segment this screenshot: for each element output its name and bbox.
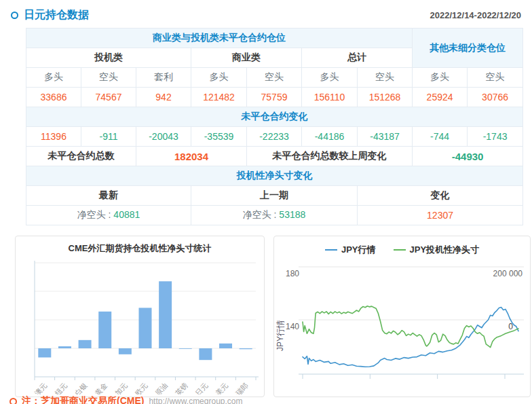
report-header: 日元持仓数据 2022/12/14-2022/12/20 (0, 0, 532, 28)
footer-note: 注：芝加哥商业交易所(CME) http://www.cmegroup.com (10, 395, 243, 404)
total-change-label: 未平仓合约总数较上周变化 (247, 147, 413, 166)
bar-x-axis-label: 美元 (214, 381, 229, 394)
footer-link-text[interactable]: http://www.cmegroup.com (149, 397, 242, 404)
jpy-positions-report: 日元持仓数据 2022/12/14-2022/12/20 商业类与投机类未平仓合… (0, 0, 532, 404)
right-axis-tick-200000: 200 000 (493, 269, 523, 278)
value-cell: -911 (81, 127, 136, 147)
legend-item-jpy-net-position[interactable]: JPY投机性净头寸 (394, 244, 480, 256)
page-title: 日元持仓数据 (24, 8, 89, 22)
total-value: 182034 (136, 147, 247, 166)
value-cell: -20043 (136, 127, 191, 147)
net-prev-value: 53188 (279, 209, 305, 220)
value-cell: -44186 (302, 127, 358, 147)
header-cell-group: 商业类 (191, 48, 302, 68)
value-cell: 151268 (358, 88, 413, 107)
header-cell-group: 总计 (302, 48, 413, 68)
net-latest-value: 40881 (113, 209, 140, 220)
value-cell: 33686 (26, 88, 81, 107)
header-cell: 空头 (81, 68, 136, 88)
legend-item-jpy-price[interactable]: JPY行情 (325, 244, 376, 256)
bar-x-axis-label: 英镑 (174, 381, 189, 394)
value-cell: 30766 (468, 88, 523, 107)
header-cell: 空头 (358, 68, 413, 88)
left-axis-title: JPY行情 (276, 320, 285, 351)
header-cell: 多头 (413, 68, 468, 88)
header-cell: 上一期 (191, 186, 358, 206)
header-cell: 多头 (191, 68, 247, 88)
bar-x-axis-label: 澳元 (33, 381, 49, 394)
series-line-jpy-net-position (303, 306, 518, 348)
net-prev-label: 净空头 : (243, 209, 280, 220)
header-cell: 多头 (302, 68, 358, 88)
positions-table: 商业类与投机类未平仓合约仓位 其他未细分类仓位 投机类 商业类 总计 多头 空头… (26, 28, 523, 225)
footer-note-text: 注：芝加哥商业交易所(CME) (22, 395, 144, 404)
footer-bullet-icon (10, 398, 17, 404)
bar-x-axis-label: 纽元 (52, 381, 69, 394)
value-cell: -22233 (247, 127, 302, 147)
header-cell: 空头 (468, 68, 523, 88)
header-cell-change: 未平仓合约变化 (26, 107, 523, 127)
date-range: 2022/12/14-2022/12/20 (430, 10, 521, 20)
value-cell: 74567 (81, 88, 136, 107)
header-cell-net: 投机性净头寸变化 (26, 166, 523, 186)
bar-x-axis-label: 黄金 (93, 381, 109, 394)
net-prev-cell: 净空头 : 53188 (191, 206, 358, 225)
header-cell-other: 其他未细分类仓位 (413, 29, 523, 68)
net-change-value: 12307 (358, 206, 523, 225)
value-cell: 942 (136, 88, 191, 107)
value-cell: 25924 (413, 88, 468, 107)
header-cell-group: 投机类 (26, 48, 191, 68)
value-cell: -35539 (191, 127, 247, 147)
header-cell-main: 商业类与投机类未平仓合约仓位 (26, 29, 413, 48)
legend-label: JPY行情 (341, 244, 376, 256)
header-cell: 空头 (247, 68, 302, 88)
bar-chart-title: CME外汇期货持仓投机性净头寸统计 (16, 242, 264, 257)
line-chart-legend: JPY行情 JPY投机性净头寸 (274, 242, 530, 257)
header-cell: 套利 (136, 68, 191, 88)
value-cell: -1743 (468, 127, 523, 147)
bar-x-axis-label: 欧元 (134, 381, 149, 394)
header-cell: 最新 (26, 186, 191, 206)
value-cell: 11396 (26, 127, 81, 147)
value-cell: 121482 (191, 88, 247, 107)
section-bullet-icon (11, 12, 18, 19)
value-cell: -43187 (358, 127, 413, 147)
total-label: 未平仓合约总数 (26, 147, 136, 166)
jpy-price-vs-net-position-chart: 180140200 0000JPY行情 (274, 257, 530, 397)
net-latest-cell: 净空头 : 40881 (26, 206, 191, 225)
bar-x-axis-label: 瑞郎 (234, 381, 250, 394)
charts-row: CME外汇期货持仓投机性净头寸统计 澳元纽元白银黄金加元欧元原油英镑日元美元瑞郎… (15, 236, 531, 397)
header-cell: 变化 (358, 186, 523, 206)
bar-chart-panel: CME外汇期货持仓投机性净头寸统计 澳元纽元白银黄金加元欧元原油英镑日元美元瑞郎 (15, 236, 265, 397)
net-position-bar-chart: 澳元纽元白银黄金加元欧元原油英镑日元美元瑞郎 (17, 257, 263, 394)
total-change-value: -44930 (413, 147, 523, 166)
legend-label: JPY投机性净头寸 (410, 244, 480, 256)
value-cell: 75759 (247, 88, 302, 107)
bar-x-axis-label: 加元 (113, 381, 129, 394)
legend-line-icon (325, 249, 337, 251)
bar-x-axis-label: 原油 (153, 381, 169, 394)
legend-line-icon (394, 249, 406, 251)
bar-x-axis-label: 日元 (193, 381, 209, 394)
left-axis-tick-180: 180 (286, 269, 299, 278)
net-latest-label: 净空头 : (77, 209, 114, 220)
value-cell: 156110 (302, 88, 358, 107)
line-chart-panel: JPY行情 JPY投机性净头寸 180140200 0000JPY行情 (273, 236, 531, 397)
value-cell: -744 (413, 127, 468, 147)
header-cell: 多头 (26, 68, 81, 88)
series-line-jpy-price (303, 308, 518, 367)
bar-x-axis-label: 白银 (73, 381, 89, 394)
left-axis-tick-140: 140 (286, 322, 299, 331)
